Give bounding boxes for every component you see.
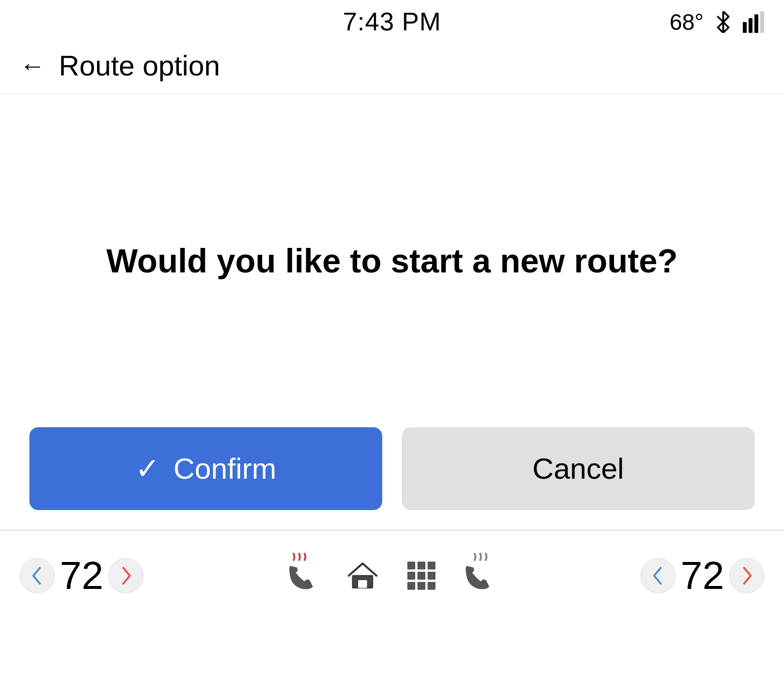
- svg-rect-1: [749, 18, 753, 33]
- header: ← Route option: [0, 39, 784, 94]
- svg-rect-8: [428, 561, 436, 569]
- left-increment-button[interactable]: [108, 558, 144, 593]
- right-decrement-button[interactable]: [640, 558, 676, 593]
- svg-rect-0: [743, 22, 747, 33]
- signal-icon: [743, 11, 764, 33]
- svg-rect-10: [417, 572, 425, 580]
- status-temperature: 68°: [669, 9, 704, 35]
- right-nav-group: 72: [640, 553, 764, 598]
- status-bar: 7:43 PM 68°: [0, 0, 784, 39]
- bottom-nav: 72: [0, 536, 784, 614]
- steam-phone-left-icon[interactable]: [284, 556, 323, 595]
- right-increment-button[interactable]: [729, 558, 764, 593]
- svg-rect-2: [755, 14, 759, 33]
- svg-rect-12: [407, 582, 415, 590]
- steam-phone-right-icon[interactable]: [461, 556, 500, 595]
- svg-rect-5: [358, 580, 367, 588]
- svg-rect-3: [760, 11, 764, 33]
- status-right-icons: 68°: [669, 9, 764, 35]
- confirm-label: Confirm: [173, 452, 276, 486]
- svg-rect-14: [428, 582, 436, 590]
- cancel-button[interactable]: Cancel: [402, 427, 755, 510]
- svg-rect-11: [428, 572, 436, 580]
- cancel-label: Cancel: [533, 452, 624, 486]
- main-content: Would you like to start a new route?: [0, 94, 784, 427]
- grid-icon[interactable]: [402, 556, 441, 595]
- svg-rect-6: [407, 561, 415, 569]
- main-question: Would you like to start a new route?: [106, 239, 678, 282]
- bottom-divider: [0, 530, 784, 531]
- checkmark-icon: ✓: [135, 454, 160, 484]
- left-nav-number: 72: [60, 553, 103, 598]
- back-button[interactable]: ←: [20, 53, 45, 78]
- svg-rect-7: [417, 561, 425, 569]
- left-nav-group: 72: [20, 553, 144, 598]
- bluetooth-icon: [712, 11, 734, 33]
- home-icon[interactable]: [343, 556, 382, 595]
- svg-rect-9: [407, 572, 415, 580]
- left-decrement-button[interactable]: [20, 558, 55, 593]
- button-area: ✓ Confirm Cancel: [0, 427, 784, 530]
- right-nav-number: 72: [681, 553, 724, 598]
- svg-rect-13: [417, 582, 425, 590]
- status-time: 7:43 PM: [343, 7, 441, 36]
- center-nav-icons: [284, 556, 500, 595]
- confirm-button[interactable]: ✓ Confirm: [29, 427, 382, 510]
- page-title: Route option: [59, 49, 220, 82]
